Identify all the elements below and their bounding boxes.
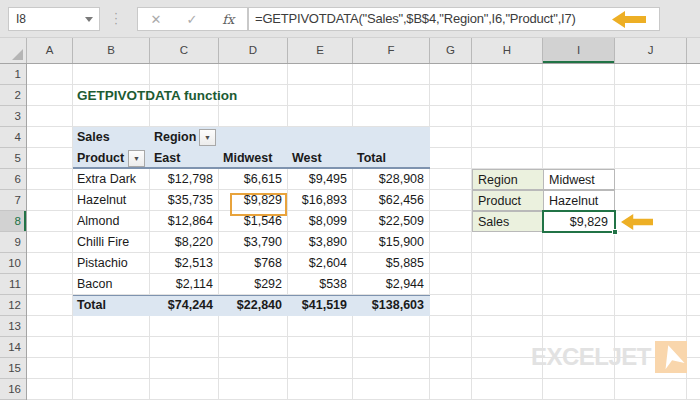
row-header-3[interactable]: 3 <box>0 106 26 127</box>
cancel-icon[interactable]: ✕ <box>151 12 162 27</box>
pivot-value-cell[interactable]: $538 <box>288 274 347 295</box>
row-header-2[interactable]: 2 <box>0 85 26 106</box>
lookup-value-cell[interactable]: Hazelnut <box>543 190 615 211</box>
column-header-C[interactable]: C <box>150 38 219 63</box>
formula-callout-arrow-icon <box>612 11 646 28</box>
enter-icon[interactable]: ✓ <box>186 12 197 27</box>
page-title[interactable]: GETPIVOTDATA function <box>77 85 237 106</box>
pivot-row-label[interactable]: Extra Dark <box>77 169 136 190</box>
pivot-value-cell[interactable]: $12,798 <box>150 169 213 190</box>
pivot-value-cell[interactable]: $16,893 <box>288 190 347 211</box>
product-filter-button[interactable]: ▼ <box>128 150 145 167</box>
pivot-row-label[interactable]: Almond <box>77 211 119 232</box>
pivot-value-cell[interactable]: $6,615 <box>219 169 282 190</box>
row-header-16[interactable]: 16 <box>0 379 26 400</box>
gridline <box>27 378 700 379</box>
pivot-value-cell[interactable]: $768 <box>219 253 282 274</box>
lookup-label-cell[interactable]: Sales <box>472 211 544 232</box>
select-all-corner[interactable] <box>0 38 27 63</box>
gridline <box>429 64 430 400</box>
row-header-15[interactable]: 15 <box>0 358 26 379</box>
pivot-value-cell[interactable]: $62,456 <box>353 190 424 211</box>
region-filter-button[interactable]: ▼ <box>199 129 216 146</box>
pivot-value-cell[interactable]: $8,099 <box>288 211 347 232</box>
pivot-value-field-label[interactable]: Sales <box>77 127 110 148</box>
pivot-value-cell[interactable]: $12,864 <box>150 211 213 232</box>
row-header-9[interactable]: 9 <box>0 232 26 253</box>
formula-bar: I8 ··· ✕ ✓ fx =GETPIVOTDATA("Sales",$B$4… <box>0 0 700 38</box>
row-header-7[interactable]: 7 <box>0 190 26 211</box>
column-header-J[interactable]: J <box>615 38 687 63</box>
separator-dots-icon: ··· <box>113 11 119 26</box>
result-callout-arrow-icon <box>621 214 653 230</box>
pivot-total-value[interactable]: $74,244 <box>150 295 213 316</box>
pivot-value-cell[interactable]: $15,900 <box>353 232 424 253</box>
pivot-value-cell[interactable]: $2,114 <box>150 274 213 295</box>
excel-window: I8 ··· ✕ ✓ fx =GETPIVOTDATA("Sales",$B$4… <box>0 0 700 400</box>
pivot-value-cell[interactable]: $9,495 <box>288 169 347 190</box>
column-header-D[interactable]: D <box>219 38 288 63</box>
formula-input[interactable]: =GETPIVOTDATA("Sales",$B$4,"Region",I6,"… <box>248 7 660 31</box>
insert-function-icon[interactable]: fx <box>222 12 234 27</box>
gridline <box>72 64 73 400</box>
pivot-row-label[interactable]: Bacon <box>77 274 112 295</box>
chevron-down-icon[interactable] <box>85 17 93 22</box>
row-header-6[interactable]: 6 <box>0 169 26 190</box>
gridline <box>27 336 700 337</box>
row-header-10[interactable]: 10 <box>0 253 26 274</box>
row-header-12[interactable]: 12 <box>0 295 26 316</box>
column-header-F[interactable]: F <box>353 38 430 63</box>
lookup-label-cell[interactable]: Product <box>472 190 544 211</box>
pivot-row-label[interactable]: Chilli Fire <box>77 232 129 253</box>
row-header-13[interactable]: 13 <box>0 316 26 337</box>
pivot-column-header[interactable]: Total <box>357 148 386 169</box>
pivot-column-field-label[interactable]: Region <box>154 127 196 148</box>
pivot-value-cell[interactable]: $292 <box>219 274 282 295</box>
pivot-value-cell[interactable]: $28,908 <box>353 169 424 190</box>
pivot-total-label[interactable]: Total <box>77 295 106 316</box>
column-header-H[interactable]: H <box>472 38 543 63</box>
formula-buttons: ✕ ✓ fx <box>137 7 248 31</box>
pivot-value-cell[interactable]: $8,220 <box>150 232 213 253</box>
lookup-label-cell[interactable]: Region <box>472 169 544 190</box>
pivot-value-cell[interactable]: $22,509 <box>353 211 424 232</box>
fill-handle[interactable] <box>612 229 618 235</box>
logo-plane-icon <box>655 341 687 373</box>
pivot-value-cell[interactable]: $3,890 <box>288 232 347 253</box>
pivot-value-cell[interactable]: $2,604 <box>288 253 347 274</box>
pivot-value-cell[interactable]: $3,790 <box>219 232 282 253</box>
pivot-value-cell[interactable]: $2,944 <box>353 274 424 295</box>
pivot-value-cell[interactable]: $35,735 <box>150 190 213 211</box>
column-header-E[interactable]: E <box>288 38 353 63</box>
gridline <box>471 64 472 400</box>
column-header-I[interactable]: I <box>543 38 615 63</box>
column-header-B[interactable]: B <box>73 38 150 63</box>
row-header-11[interactable]: 11 <box>0 274 26 295</box>
column-header-A[interactable]: A <box>27 38 73 63</box>
pivot-row-label[interactable]: Pistachio <box>77 253 128 274</box>
row-header-8[interactable]: 8 <box>0 211 26 232</box>
row-header-1[interactable]: 1 <box>0 64 26 85</box>
pivot-value-cell[interactable]: $5,885 <box>353 253 424 274</box>
highlighted-value-box <box>230 193 287 216</box>
row-header-14[interactable]: 14 <box>0 337 26 358</box>
pivot-column-header[interactable]: Midwest <box>223 148 272 169</box>
pivot-total-value[interactable]: $41,519 <box>288 295 347 316</box>
pivot-column-header[interactable]: East <box>154 148 180 169</box>
pivot-column-header[interactable]: West <box>292 148 322 169</box>
corner-triangle-icon <box>12 49 23 60</box>
pivot-total-value[interactable]: $22,840 <box>219 295 282 316</box>
lookup-value-cell[interactable]: Midwest <box>543 169 615 190</box>
pivot-total-value[interactable]: $138,603 <box>353 295 424 316</box>
column-headers: ABCDEFGHIJ <box>0 38 700 64</box>
pivot-row-field-label[interactable]: Product <box>77 148 124 169</box>
pivot-row-label[interactable]: Hazelnut <box>77 190 126 211</box>
pivot-value-cell[interactable]: $2,513 <box>150 253 213 274</box>
row-header-5[interactable]: 5 <box>0 148 26 169</box>
column-header-G[interactable]: G <box>430 38 472 63</box>
logo-wordmark: EXCELJET <box>500 343 651 371</box>
row-header-4[interactable]: 4 <box>0 127 26 148</box>
name-box-value: I8 <box>16 12 26 26</box>
name-box[interactable]: I8 <box>8 7 100 31</box>
active-cell-border <box>542 210 616 233</box>
